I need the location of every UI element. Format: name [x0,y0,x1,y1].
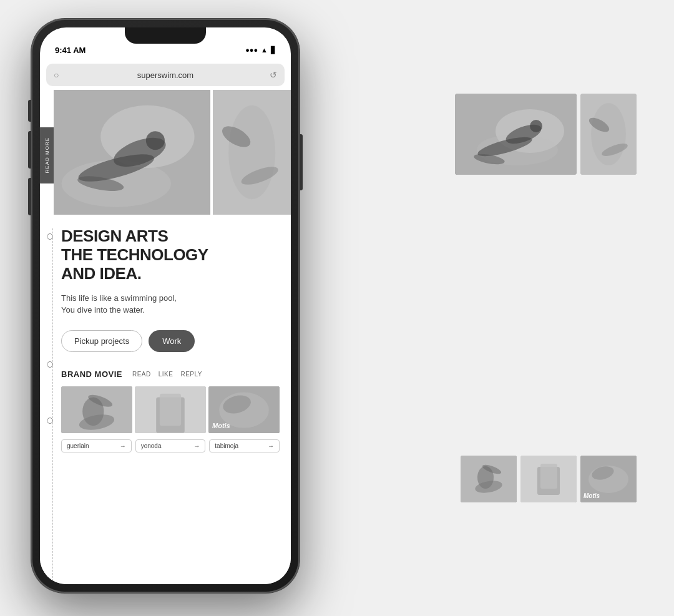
volume-down-button [28,178,31,215]
action-buttons: Pickup projects Work [61,330,280,352]
hero-image-main [54,90,210,215]
webpage-content: READ MORE [40,90,291,584]
battery-icon: ▊ [271,46,276,54]
preview-top-main [455,94,577,175]
brand-tag-guerlain[interactable]: guerlain → [61,439,132,452]
svg-point-26 [530,120,542,132]
wifi-icon: ▲ [261,46,268,54]
preview-bottom-thumb-1 [461,456,517,502]
brand-guerlain-name: guerlain [67,442,89,449]
reply-action[interactable]: REPLY [180,371,202,378]
svg-rect-38 [540,464,557,489]
notch [125,27,206,44]
pickup-projects-button[interactable]: Pickup projects [61,330,142,352]
reload-icon[interactable]: ↺ [270,70,277,80]
swimmer-figure-side [213,90,291,215]
read-action[interactable]: READ [132,371,151,378]
thumbnail-row: Motis [61,386,280,433]
hero-images [54,90,291,215]
swimmer-side-svg [213,90,291,215]
hero-image-side [213,90,291,215]
brand-movie-title: BRAND MOVIE [61,369,122,379]
phone-mockup: 9:41 AM ●●● ▲ ▊ ○ superswim.com ↺ READ M… [31,19,300,593]
thumbnail-3-label: Motis [212,422,230,429]
swimmer-figure-main [54,90,210,215]
sub-text: This life is like a swimming pool, You d… [61,292,280,316]
brand-yonoda-name: yonoda [141,442,162,449]
prev-thumb-svg-2 [520,456,577,502]
brand-tabimoja-name: tabimoja [215,442,238,449]
phone-shell: 9:41 AM ●●● ▲ ▊ ○ superswim.com ↺ READ M… [31,19,300,593]
phone-screen: 9:41 AM ●●● ▲ ▊ ○ superswim.com ↺ READ M… [40,27,291,584]
thumbnail-3[interactable]: Motis [208,386,280,433]
preview-bottom-thumb-3-label: Motis [584,492,600,499]
search-icon: ○ [54,70,59,80]
work-button[interactable]: Work [149,330,195,352]
preview-bottom: Motis [461,456,637,502]
signal-icon: ●●● [245,46,258,54]
brand-movie-header: BRAND MOVIE READ LIKE REPLY [61,369,280,379]
volume-mute-button [28,100,31,122]
read-more-tab[interactable]: READ MORE [40,127,54,183]
swimmer-svg [54,90,210,215]
address-bar[interactable]: ○ superswim.com ↺ [46,64,285,86]
main-heading: DESIGN ARTS THE TECHNOLOGY AND IDEA. [61,227,280,283]
preview-top-side-svg [580,94,637,175]
preview-top [455,94,637,175]
preview-bottom-thumb-3: Motis [580,456,637,502]
power-button [300,134,303,190]
thumbnail-1[interactable] [61,386,132,433]
preview-top-main-svg [455,94,577,175]
thumb-svg-2 [135,386,206,433]
read-more-label: READ MORE [44,137,50,173]
thumbnail-2[interactable] [135,386,206,433]
brand-tabimoja-arrow: → [268,442,274,449]
volume-up-button [28,131,31,169]
prev-thumb-svg-1 [461,456,517,502]
status-time: 9:41 AM [55,46,85,55]
like-action[interactable]: LIKE [159,371,173,378]
brand-tag-yonoda[interactable]: yonoda → [135,439,206,452]
brand-guerlain-arrow: → [120,442,126,449]
thumb-svg-1 [61,386,132,433]
status-icons: ●●● ▲ ▊ [245,46,276,54]
preview-top-side [580,94,637,175]
brand-tag-tabimoja[interactable]: tabimoja → [209,439,280,452]
url-display: superswim.com [137,71,193,80]
section-actions: READ LIKE REPLY [132,371,202,378]
brand-yonoda-arrow: → [193,442,200,449]
svg-point-29 [591,103,626,165]
preview-bottom-thumb-2 [520,456,577,502]
svg-point-8 [228,105,275,199]
svg-rect-17 [160,394,181,426]
brand-tags: guerlain → yonoda → tabimoja → [61,439,280,452]
content-area: DESIGN ARTS THE TECHNOLOGY AND IDEA. Thi… [40,215,291,465]
svg-point-5 [146,131,165,150]
